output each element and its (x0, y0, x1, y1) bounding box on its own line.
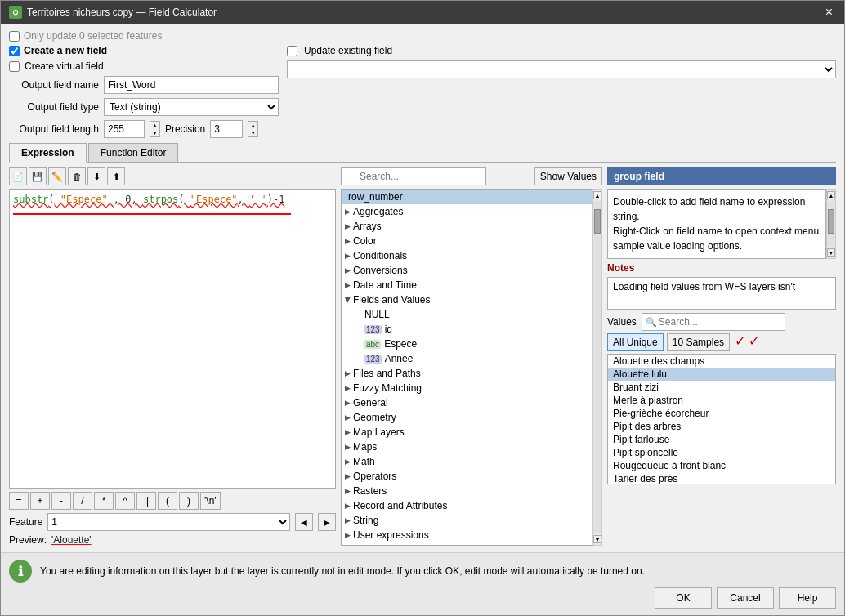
only-update-checkbox[interactable] (9, 31, 20, 42)
op-concat[interactable]: || (136, 492, 156, 510)
func-group-record[interactable]: ▶ Record and Attributes (342, 498, 592, 513)
length-up-btn[interactable]: ▲ (150, 122, 159, 129)
create-new-field-checkbox[interactable] (9, 46, 20, 56)
func-group-conversions-label: Conversions (353, 265, 408, 276)
arrow-maps: ▶ (345, 443, 351, 451)
func-group-userexpr-label: User expressions (353, 529, 429, 541)
value-item-5[interactable]: Pie-grièche écorcheur (608, 407, 835, 420)
op-close-paren[interactable]: ) (179, 492, 199, 510)
all-unique-btn[interactable]: All Unique (607, 333, 664, 351)
func-group-conversions[interactable]: ▶ Conversions (342, 263, 592, 278)
value-text-5: Pie-grièche écorcheur (613, 408, 709, 419)
delete-expression-btn[interactable]: 🗑 (68, 167, 86, 185)
arrow-fields: ▶ (344, 297, 352, 303)
func-group-operators-label: Operators (353, 471, 396, 482)
func-group-geometry[interactable]: ▶ Geometry (342, 410, 592, 425)
op-open-paren[interactable]: ( (158, 492, 177, 510)
output-name-input[interactable] (104, 76, 279, 94)
func-group-math[interactable]: ▶ Math (342, 454, 592, 469)
tab-function-editor[interactable]: Function Editor (88, 143, 179, 162)
cancel-button[interactable]: Cancel (717, 587, 774, 609)
output-length-input[interactable] (104, 120, 145, 138)
func-group-fuzzy[interactable]: ▶ Fuzzy Matching (342, 381, 592, 395)
feature-prev-btn[interactable]: ◀ (295, 513, 313, 531)
info-scroll-up[interactable]: ▲ (827, 191, 835, 199)
func-group-userexpr[interactable]: ▶ User expressions (342, 528, 592, 542)
help-button[interactable]: Help (779, 587, 836, 609)
type-badge-id: 123 (364, 325, 382, 334)
func-group-conditionals[interactable]: ▶ Conditionals (342, 248, 592, 263)
create-virtual-label: Create virtual field (25, 60, 104, 72)
value-item-9[interactable]: Rougequeue à front blanc (608, 459, 835, 472)
update-existing-checkbox[interactable] (287, 46, 297, 56)
value-item-6[interactable]: Pipit des arbres (608, 420, 835, 433)
func-group-datetime[interactable]: ▶ Date and Time (342, 278, 592, 292)
title-bar-left: Q Territoires nicheurs copy — Field Calc… (9, 6, 217, 19)
expression-editor[interactable]: substr( "Espece" , 0, strpos( "Espece", … (9, 189, 336, 489)
output-type-label: Output field type (9, 101, 99, 113)
value-item-10[interactable]: Tarier des prés (608, 472, 835, 484)
feature-select[interactable]: 1 (47, 513, 290, 531)
precision-up-btn[interactable]: ▲ (248, 122, 257, 129)
value-item-2[interactable]: Alouette lulu (608, 368, 835, 381)
search-bar: 🔍 Show Values (341, 167, 602, 185)
tab-expression[interactable]: Expression (9, 143, 87, 163)
op-power[interactable]: ^ (115, 492, 135, 510)
value-item-3[interactable]: Bruant zizi (608, 381, 835, 394)
values-search-input[interactable] (642, 313, 785, 331)
scroll-down-btn[interactable]: ▼ (593, 535, 601, 543)
op-minus[interactable]: - (51, 492, 71, 510)
func-item-row-number[interactable]: row_number (342, 190, 592, 204)
value-item-4[interactable]: Merle à plastron (608, 394, 835, 407)
precision-spinner[interactable]: ▲ ▼ (248, 121, 258, 137)
func-group-general[interactable]: ▶ General (342, 395, 592, 410)
info-scroll-down[interactable]: ▼ (827, 248, 835, 257)
length-spinner[interactable]: ▲ ▼ (150, 121, 160, 137)
show-values-btn[interactable]: Show Values (534, 167, 602, 185)
ok-button[interactable]: OK (655, 587, 712, 609)
func-group-aggregates[interactable]: ▶ Aggregates (342, 204, 592, 219)
edit-expression-btn[interactable]: ✏️ (48, 167, 66, 185)
op-equals[interactable]: = (9, 492, 29, 510)
func-group-operators[interactable]: ▶ Operators (342, 469, 592, 484)
func-item-annee[interactable]: 123 Annee (342, 351, 592, 366)
search-input[interactable] (341, 167, 486, 185)
precision-down-btn[interactable]: ▼ (248, 129, 257, 136)
info-scrollbar[interactable]: ▲ ▼ (826, 189, 836, 259)
op-plus[interactable]: + (30, 492, 50, 510)
import-expression-btn[interactable]: ⬇ (87, 167, 105, 185)
precision-input[interactable] (210, 120, 243, 138)
arrow-files: ▶ (345, 369, 351, 377)
func-group-string[interactable]: ▶ String (342, 513, 592, 528)
func-group-fields[interactable]: ▶ Fields and Values (342, 292, 592, 307)
op-newline[interactable]: '\n' (200, 492, 221, 510)
func-group-color[interactable]: ▶ Color (342, 234, 592, 248)
func-group-maplayers[interactable]: ▶ Map Layers (342, 425, 592, 440)
func-item-espece[interactable]: abc Espece (342, 337, 592, 351)
func-item-id[interactable]: 123 id (342, 322, 592, 337)
export-expression-btn[interactable]: ⬆ (107, 167, 125, 185)
create-virtual-checkbox[interactable] (9, 61, 20, 72)
close-button[interactable]: × (822, 6, 836, 19)
length-down-btn[interactable]: ▼ (150, 129, 159, 136)
op-divide[interactable]: / (73, 492, 92, 510)
feature-next-btn[interactable]: ▶ (318, 513, 336, 531)
info-icon: ℹ (9, 560, 32, 583)
func-tree-scrollbar[interactable]: ▲ ▼ (592, 189, 602, 546)
value-item-8[interactable]: Pipit spioncelle (608, 446, 835, 459)
value-item-7[interactable]: Pipit farlouse (608, 433, 835, 446)
func-group-maps[interactable]: ▶ Maps (342, 440, 592, 454)
func-group-files[interactable]: ▶ Files and Paths (342, 366, 592, 381)
func-group-rasters[interactable]: ▶ Rasters (342, 484, 592, 498)
update-field-select[interactable] (287, 60, 836, 78)
output-type-select[interactable]: Text (string) (104, 98, 279, 116)
scroll-up-btn[interactable]: ▲ (593, 191, 601, 199)
value-item-1[interactable]: Alouette des champs (608, 355, 835, 368)
info-message-row: ℹ You are editing information on this la… (9, 560, 836, 583)
op-multiply[interactable]: * (94, 492, 114, 510)
func-item-null[interactable]: NULL (342, 307, 592, 322)
new-expression-btn[interactable]: 📄 (9, 167, 27, 185)
func-group-arrays[interactable]: ▶ Arrays (342, 219, 592, 234)
ten-samples-btn[interactable]: 10 Samples (667, 333, 730, 351)
save-expression-btn[interactable]: 💾 (29, 167, 47, 185)
